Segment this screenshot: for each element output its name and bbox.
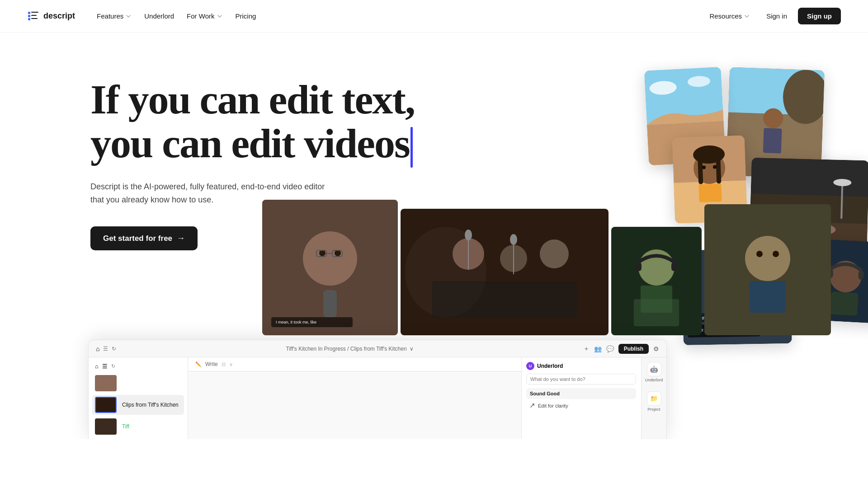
toolbar-icon-2: ∨ — [229, 361, 233, 367]
svg-point-52 — [319, 250, 326, 256]
svg-point-63 — [540, 239, 569, 268]
sound-good-item[interactable]: Sound Good — [526, 388, 636, 399]
svg-rect-2 — [28, 18, 30, 20]
home-icon: ⌂ — [96, 345, 99, 352]
underlord-panel: U Underlord Sound Good Edit for clarity — [522, 357, 641, 439]
project-circle-icon: 📁 — [647, 391, 661, 406]
titlebar-left: ⌂ ☰ ↻ — [96, 345, 116, 352]
publish-button[interactable]: Publish — [618, 344, 649, 354]
underlord-header: U Underlord — [526, 362, 636, 370]
hero-section: If you can edit text, you can edit video… — [0, 33, 868, 439]
project-tab-icon[interactable]: 📁 Project — [647, 391, 661, 412]
right-icon-panel: 🤖 Underlord 📁 Project — [641, 357, 666, 439]
app-preview: ⌂ ☰ ↻ Tiff's Kitchen In Progress / Clips… — [88, 340, 667, 439]
nav-right: Resources Sign in Sign up — [704, 8, 841, 24]
write-icon: ✏️ — [195, 361, 202, 367]
cta-button[interactable]: Get started for free → — [90, 226, 198, 250]
svg-rect-74 — [634, 299, 679, 326]
sidebar-item-3[interactable]: Tiff — [92, 417, 184, 436]
plus-icon: ＋ — [583, 345, 590, 353]
sidebar-thumb-1 — [95, 375, 117, 391]
video-headphones-svg — [611, 227, 702, 335]
underlord-icon: U — [526, 362, 534, 370]
svg-point-66 — [465, 230, 472, 240]
svg-rect-4 — [31, 15, 37, 16]
arrow-icon: → — [177, 234, 185, 243]
svg-rect-0 — [28, 12, 30, 14]
breadcrumb-chevron-icon: ∨ — [410, 346, 414, 352]
edit-icon — [530, 403, 535, 408]
svg-point-53 — [335, 250, 341, 256]
sidebar-thumb-3 — [95, 418, 117, 435]
svg-rect-72 — [671, 262, 677, 271]
project-tab-label: Project — [647, 407, 660, 412]
svg-rect-71 — [636, 262, 642, 271]
logo-link[interactable]: descript — [27, 10, 75, 23]
sidebar-thumb-2 — [95, 397, 117, 413]
logo-text: descript — [43, 11, 75, 21]
underlord-search-input[interactable] — [526, 374, 636, 385]
project-title-label: Clips from Tiff's Kitchen — [122, 402, 179, 408]
svg-rect-3 — [31, 12, 38, 13]
settings-icon: ⚙ — [653, 345, 659, 352]
app-sidebar: ⌂ ☰ ↻ Clips from Tiff's Kitchen Tiff — [89, 357, 188, 439]
features-chevron-icon — [125, 13, 132, 19]
nav-features[interactable]: Features — [91, 9, 137, 23]
svg-rect-11 — [763, 128, 782, 153]
right-panel: U Underlord Sound Good Edit for clarity … — [522, 357, 666, 439]
menu-icon: ☰ — [103, 346, 108, 352]
svg-rect-1 — [28, 15, 30, 17]
video-card-4 — [704, 204, 831, 335]
sidebar-icons-row: ⌂ ☰ ↻ — [92, 361, 184, 371]
svg-point-68 — [510, 234, 517, 245]
for-work-chevron-icon — [217, 13, 223, 19]
nav-resources[interactable]: Resources — [704, 9, 755, 23]
svg-rect-64 — [432, 281, 577, 317]
cta-label: Get started for free — [103, 234, 172, 243]
nav-links: Features Underlord For Work Pricing — [91, 9, 261, 23]
home-icon-sidebar: ⌂ — [95, 363, 99, 370]
sound-good-label: Sound Good — [530, 391, 560, 396]
sign-up-button[interactable]: Sign up — [798, 8, 841, 24]
sidebar-item-1[interactable] — [92, 373, 184, 393]
sign-in-button[interactable]: Sign in — [759, 9, 794, 23]
editor-content — [188, 371, 521, 382]
write-label: Write — [205, 361, 218, 367]
toolbar-icon-1: ⊡ — [222, 361, 226, 367]
resources-chevron-icon — [744, 13, 750, 19]
underlord-tab-icon[interactable]: 🤖 Underlord — [645, 362, 663, 382]
video-card-3 — [611, 227, 702, 335]
logo-icon — [27, 10, 40, 23]
edit-clarity-label: Edit for clarity — [538, 403, 568, 408]
titlebar-breadcrumb: Tiff's Kitchen In Progress / Clips from … — [286, 346, 414, 352]
underlord-tab-label: Underlord — [645, 378, 663, 382]
underlord-title: Underlord — [537, 363, 563, 369]
nav-for-work[interactable]: For Work — [181, 9, 228, 23]
tiff-label: Tiff — [122, 423, 129, 430]
comment-icon: 💬 — [606, 345, 614, 352]
nav-pricing[interactable]: Pricing — [230, 9, 262, 23]
users-icon: 👥 — [594, 345, 602, 352]
sidebar-item-2[interactable]: Clips from Tiff's Kitchen — [92, 395, 184, 415]
breadcrumb-text: Tiff's Kitchen In Progress / Clips from … — [286, 346, 407, 352]
sync-icon-sidebar: ↻ — [111, 363, 115, 369]
video-person4-svg — [704, 204, 831, 335]
list-icon-sidebar: ☰ — [102, 363, 108, 370]
app-main-area: ✏️ Write ⊡ ∨ — [188, 357, 522, 439]
hero-subtext: Descript is the AI-powered, fully featur… — [90, 180, 326, 206]
svg-text:I mean, it took me, like: I mean, it took me, like — [276, 320, 316, 324]
app-titlebar: ⌂ ☰ ↻ Tiff's Kitchen In Progress / Clips… — [89, 340, 666, 357]
refresh-icon: ↻ — [112, 346, 116, 352]
hero-headline: If you can edit text, you can edit video… — [90, 78, 461, 168]
write-toolbar: ✏️ Write ⊡ ∨ — [188, 357, 521, 371]
nav-left: descript Features Underlord For Work Pri… — [27, 9, 261, 23]
main-nav: descript Features Underlord For Work Pri… — [0, 0, 868, 33]
edit-clarity-item[interactable]: Edit for clarity — [526, 401, 636, 411]
app-body: ⌂ ☰ ↻ Clips from Tiff's Kitchen Tiff — [89, 357, 666, 439]
svg-rect-80 — [704, 204, 831, 335]
nav-underlord[interactable]: Underlord — [139, 9, 179, 23]
text-cursor — [410, 127, 413, 168]
svg-rect-50 — [323, 290, 337, 317]
hero-text-block: If you can edit text, you can edit video… — [90, 78, 461, 250]
underlord-circle-icon: 🤖 — [647, 362, 661, 376]
